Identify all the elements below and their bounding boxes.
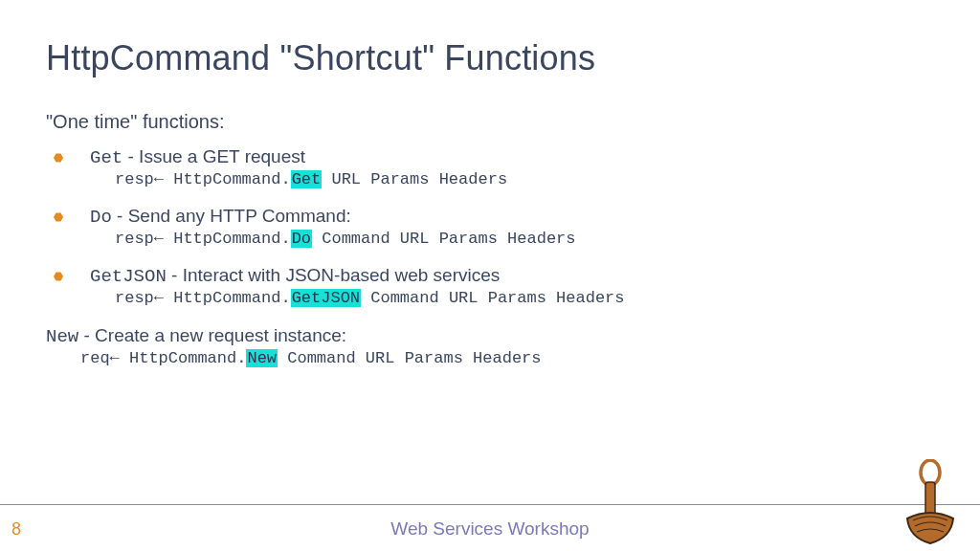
code-line: resp← HttpCommand.GetJSON Command URL Pa… [115,289,934,307]
function-name: Do [90,207,112,228]
code-line: resp← HttpCommand.Do Command URL Params … [115,230,934,248]
code-highlight: Do [291,230,312,248]
section-label: "One time" functions: [46,111,934,133]
function-desc: - Send any HTTP Command: [112,206,351,226]
function-desc: - Issue a GET request [122,146,305,166]
code-highlight: GetJSON [291,289,361,307]
function-name: GetJSON [90,266,167,287]
function-name: Get [90,147,122,168]
slide-title: HttpCommand "Shortcut" Functions [46,38,934,78]
slide: HttpCommand "Shortcut" Functions "One ti… [0,0,980,551]
footer-divider [0,504,980,505]
hammer-logo-icon [903,459,957,545]
svg-rect-1 [925,482,935,515]
new-block: New - Create a new request instance: req… [46,324,934,367]
function-desc: - Interact with JSON-based web services [167,265,500,285]
svg-point-0 [921,460,940,485]
footer-title: Web Services Workshop [0,518,980,540]
code-line: resp← HttpCommand.Get URL Params Headers [115,170,934,188]
bullet-icon [54,212,63,222]
function-name: New [46,326,78,347]
bullet-list: Get - Issue a GET request resp← HttpComm… [54,146,934,307]
bullet-icon [54,272,63,281]
bullet-icon [54,153,63,163]
list-item: GetJSON - Interact with JSON-based web s… [54,265,934,307]
code-highlight: Get [291,170,323,188]
function-desc: - Create a new request instance: [78,325,346,345]
code-highlight: New [246,349,278,367]
code-line: req← HttpCommand.New Command URL Params … [80,349,934,367]
list-item: Get - Issue a GET request resp← HttpComm… [54,146,934,188]
list-item: Do - Send any HTTP Command: resp← HttpCo… [54,206,934,248]
